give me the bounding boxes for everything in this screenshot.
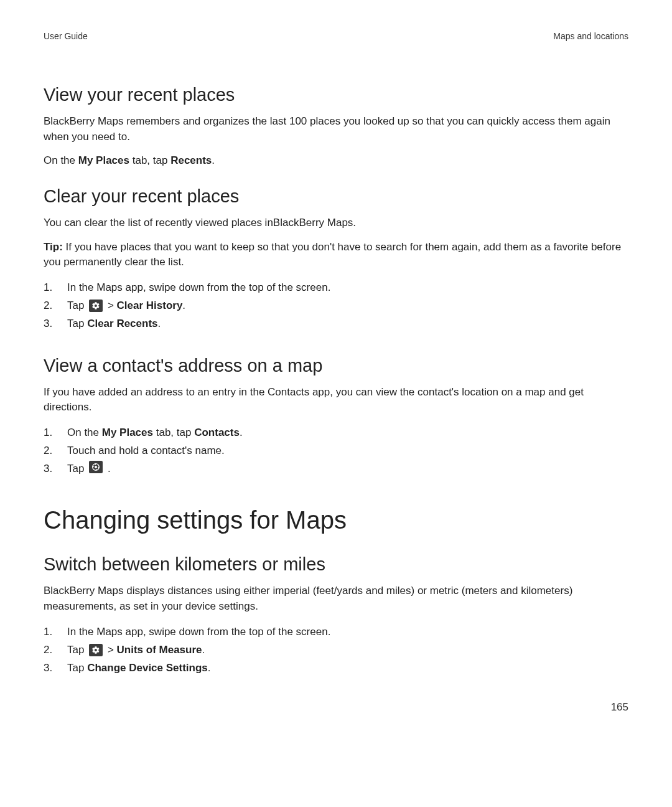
tip-label: Tip:: [44, 241, 63, 253]
list-item: 1. On the My Places tab, tap Contacts.: [44, 424, 628, 442]
tip-text: If you have places that you want to keep…: [44, 241, 621, 268]
step-number: 2.: [44, 442, 67, 460]
tip-paragraph: Tip: If you have places that you want to…: [44, 240, 628, 270]
text: .: [108, 463, 111, 474]
paragraph: BlackBerry Maps remembers and organizes …: [44, 114, 628, 144]
text: tab, tap: [129, 154, 170, 166]
text: tab, tap: [153, 427, 194, 438]
steps-list: 1. In the Maps app, swipe down from the …: [44, 279, 628, 333]
steps-list: 1. In the Maps app, swipe down from the …: [44, 623, 628, 677]
paragraph: BlackBerry Maps displays distances using…: [44, 583, 628, 614]
step-text: On the My Places tab, tap Contacts.: [67, 424, 243, 442]
heading-switch-units: Switch between kilometers or miles: [44, 554, 628, 575]
gear-icon: [89, 300, 103, 312]
step-text: Tap Change Device Settings.: [67, 659, 211, 677]
step-number: 2.: [44, 297, 67, 315]
text: Tap: [67, 644, 87, 656]
header-left: User Guide: [44, 31, 88, 41]
text: Tap: [67, 300, 87, 311]
text: On the: [44, 154, 78, 166]
text: Tap: [67, 463, 87, 474]
text: On the: [67, 427, 102, 438]
text-bold: Units of Measure: [117, 644, 202, 656]
heading-changing-settings: Changing settings for Maps: [44, 506, 628, 534]
list-item: 3. Tap Change Device Settings.: [44, 659, 628, 677]
text: Tap: [67, 318, 87, 329]
text-bold: Change Device Settings: [87, 662, 208, 674]
heading-clear-recent: Clear your recent places: [44, 186, 628, 207]
text: .: [182, 300, 185, 311]
text-bold: My Places: [102, 427, 153, 438]
step-text: Touch and hold a contact's name.: [67, 442, 225, 460]
header-right: Maps and locations: [553, 31, 628, 41]
step-number: 1.: [44, 279, 67, 297]
paragraph: If you have added an address to an entry…: [44, 385, 628, 415]
heading-contact-address: View a contact's address on a map: [44, 356, 628, 376]
step-number: 3.: [44, 315, 67, 333]
step-text: Tap > Units of Measure.: [67, 641, 205, 659]
step-text: Tap .: [67, 460, 111, 478]
step-number: 2.: [44, 641, 67, 659]
svg-point-1: [95, 466, 97, 468]
text: .: [158, 318, 161, 329]
list-item: 3. Tap Clear Recents.: [44, 315, 628, 333]
step-number: 3.: [44, 460, 67, 478]
steps-list: 1. On the My Places tab, tap Contacts. 2…: [44, 424, 628, 478]
list-item: 1. In the Maps app, swipe down from the …: [44, 279, 628, 297]
step-number: 1.: [44, 424, 67, 442]
step-number: 1.: [44, 623, 67, 641]
list-item: 1. In the Maps app, swipe down from the …: [44, 623, 628, 641]
text: >: [108, 300, 117, 311]
text: .: [208, 662, 211, 674]
list-item: 3. Tap .: [44, 460, 628, 478]
list-item: 2. Tap > Units of Measure.: [44, 641, 628, 659]
step-number: 3.: [44, 659, 67, 677]
text-bold: Recents: [170, 154, 212, 166]
document-page: User Guide Maps and locations View your …: [0, 0, 672, 807]
step-text: In the Maps app, swipe down from the top…: [67, 623, 330, 641]
text: .: [240, 427, 243, 438]
list-item: 2. Tap > Clear History.: [44, 297, 628, 315]
heading-view-recent: View your recent places: [44, 85, 628, 105]
paragraph: On the My Places tab, tap Recents.: [44, 153, 628, 169]
step-text: In the Maps app, swipe down from the top…: [67, 279, 330, 297]
text-bold: Contacts: [194, 427, 240, 438]
step-text: Tap > Clear History.: [67, 297, 185, 315]
gear-icon: [89, 644, 103, 656]
text: >: [108, 644, 117, 656]
text-bold: My Places: [78, 154, 129, 166]
text-bold: Clear Recents: [87, 318, 157, 329]
text: Tap: [67, 662, 87, 674]
step-text: Tap Clear Recents.: [67, 315, 161, 333]
page-header: User Guide Maps and locations: [44, 31, 628, 41]
map-view-icon: [89, 461, 103, 473]
text-bold: Clear History: [117, 300, 183, 311]
text: .: [212, 154, 215, 166]
paragraph: You can clear the list of recently viewe…: [44, 215, 628, 231]
page-number: 165: [611, 701, 628, 714]
text: .: [202, 644, 205, 656]
list-item: 2. Touch and hold a contact's name.: [44, 442, 628, 460]
